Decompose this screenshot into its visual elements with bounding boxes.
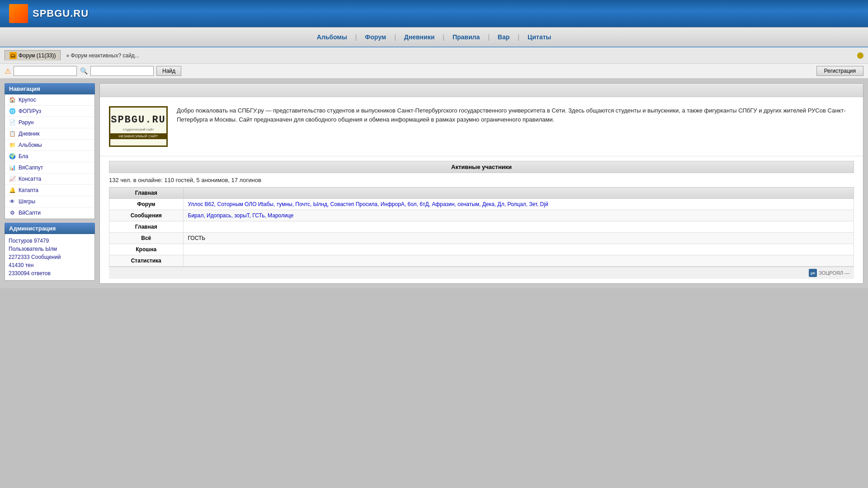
powered-bar: ph ЗОЦРОЯЛ —	[109, 267, 854, 279]
table-row: Сообщения Бирал, Идопрась, зорыТ, ГСТь, …	[109, 210, 854, 221]
sidebar-section-1-header: Навигация	[5, 83, 95, 94]
row-section-0: Форум	[109, 199, 184, 210]
stat-item-3[interactable]: 41430 тен	[9, 261, 91, 269]
sidebar-item-konsatta[interactable]: 📈 Консатта	[5, 174, 94, 185]
nav-item-diaries[interactable]: Дневники	[396, 31, 443, 43]
stat-item-2[interactable]: 2272333 Сообщений	[9, 253, 91, 261]
page-icon: 📄	[9, 119, 16, 126]
row-users-0: Уллос В62, Соторным ОЛО Иtaбы, тумны, По…	[183, 199, 854, 210]
users-text-3: ГОСТЬ	[188, 235, 206, 241]
table-row: Форум Уллос В62, Соторным ОЛО Иtaбы, тум…	[109, 199, 854, 210]
sidebar-item-vjsapti[interactable]: ⚙ ВйСапти	[5, 207, 94, 219]
row-users-1: Бирал, Идопрась, зорыТ, ГСТь, Маролице	[183, 210, 854, 221]
row-users-4	[183, 244, 854, 255]
spbgu-logo-box: SPBGU.RU студенческий сайт НЕЗАВИСИМЫЙ С…	[109, 106, 168, 147]
toolbar-tab[interactable]: 🗂 Форум (11(33))	[5, 50, 61, 61]
sidebar-item-vasapput[interactable]: 📊 ВяСаппут	[5, 162, 94, 174]
row-section-4: Крошна	[109, 244, 184, 255]
active-section: Активные участники 132 чел. в онлайне: 1…	[100, 156, 863, 283]
sidebar-item-label-2: Рарун	[19, 119, 33, 126]
sidebar-item-diary[interactable]: 📋 Дневник	[5, 128, 94, 140]
content-header-bar	[100, 84, 863, 97]
row-section-5: Статистика	[109, 255, 184, 267]
spbgu-logo-sub: студенческий сайт	[123, 127, 154, 131]
users-text-0[interactable]: Уллос В62, Соторным ОЛО Иtaбы, тумны, По…	[188, 201, 548, 207]
main-layout: Навигация 🏠 Крупос 🌐 ФОП/Руз 📄 Рарун 📋 Д…	[0, 79, 868, 288]
sidebar-item-label-7: Консатта	[19, 176, 41, 182]
sidebar-item-label-0: Крупос	[19, 97, 36, 103]
content-area: SPBGU.RU студенческий сайт НЕЗАВИСИМЫЙ С…	[99, 83, 863, 284]
sidebar-item-label-6: ВяСаппут	[19, 164, 43, 171]
nav-item-forum[interactable]: Форум	[357, 31, 394, 43]
tab-icon: 🗂	[9, 52, 17, 59]
register-button[interactable]: Регистрация	[816, 66, 863, 76]
logo-container: SPBGU.RU	[9, 4, 89, 23]
sidebar: Навигация 🏠 Крупос 🌐 ФОП/Руз 📄 Рарун 📋 Д…	[5, 83, 95, 284]
col-header-section: Главная	[109, 188, 184, 199]
sidebar-item-label-4: Альбомы	[19, 142, 42, 148]
gear-icon: ⚙	[9, 209, 16, 216]
sidebar-item-shyagry[interactable]: 👁 Шягры	[5, 196, 94, 207]
sidebar-item-katapa[interactable]: 🔔 Катапта	[5, 185, 94, 196]
row-section-1: Сообщения	[109, 210, 184, 221]
globe-icon: 🌐	[9, 108, 16, 115]
welcome-text: Добро пожаловать на СПБГУ.ру — представи…	[177, 106, 854, 124]
bell-icon: 🔔	[9, 187, 16, 194]
sidebar-item-label-10: ВйСапти	[19, 210, 41, 216]
active-count: 132 чел. в онлайне: 110 гостей, 5 аноним…	[109, 177, 854, 183]
stat-item-4[interactable]: 2330094 ответов	[9, 269, 91, 277]
close-icon[interactable]	[857, 52, 863, 59]
sidebar-item-label-1: ФОП/Руз	[19, 108, 41, 114]
sidebar-item-label-8: Катапта	[19, 187, 38, 193]
site-title: SPBGU.RU	[33, 8, 89, 19]
breadcrumb: » Форум неактивных? сайд...	[66, 52, 139, 59]
active-users-table: Главная Форум Уллос В62, Соторным ОЛО Иt…	[109, 187, 854, 267]
table-row: Крошна	[109, 244, 854, 255]
sidebar-item-albums[interactable]: 📁 Альбомы	[5, 140, 94, 151]
warning-icon: ⚠	[5, 67, 11, 75]
sidebar-section-2-header: Администрация	[5, 223, 95, 234]
sidebar-item-rarun[interactable]: 📄 Рарун	[5, 117, 94, 128]
table-row: Статистика	[109, 255, 854, 267]
sidebar-item-label-5: Бла	[19, 153, 28, 160]
spbgu-logo-text: SPBGU.RU	[111, 114, 166, 126]
nav-bar: Альбомы | Форум | Дневники | Правила | В…	[0, 27, 868, 47]
row-section-2: Главная	[109, 221, 184, 233]
sidebar-item-label-9: Шягры	[19, 198, 35, 205]
powered-text: ЗОЦРОЯЛ —	[819, 270, 849, 276]
users-text-1[interactable]: Бирал, Идопрась, зорыТ, ГСТь, Маролице	[188, 212, 294, 219]
clipboard-icon: 📋	[9, 130, 16, 137]
table-row: Главная	[109, 221, 854, 233]
tab-label: Форум (11(33))	[19, 52, 56, 59]
eye-icon: 👁	[9, 198, 16, 205]
toolbar-left: 🗂 Форум (11(33)) » Форум неактивных? сай…	[5, 50, 854, 61]
sidebar-item-foprus[interactable]: 🌐 ФОП/Руз	[5, 106, 94, 117]
nav-item-albums[interactable]: Альбомы	[309, 31, 355, 43]
folder-icon: 📁	[9, 141, 16, 149]
sidebar-menu-1: 🏠 Крупос 🌐 ФОП/Руз 📄 Рарун 📋 Дневник 📁 А…	[5, 94, 95, 219]
row-users-3: ГОСТЬ	[183, 233, 854, 244]
logo-icon	[9, 4, 28, 23]
search-input-1[interactable]	[14, 66, 77, 76]
search-input-2[interactable]	[90, 66, 154, 76]
sidebar-item-krypos[interactable]: 🏠 Крупос	[5, 94, 94, 106]
stat-item-0[interactable]: Постуров 97479	[9, 237, 91, 245]
search-icon[interactable]: 🔍	[80, 67, 88, 75]
row-users-5	[183, 255, 854, 267]
welcome-section: SPBGU.RU студенческий сайт НЕЗАВИСИМЫЙ С…	[100, 97, 863, 156]
sidebar-item-label-3: Дневник	[19, 131, 39, 137]
sidebar-item-bla[interactable]: 🌍 Бла	[5, 151, 94, 162]
graph-icon: 📈	[9, 175, 16, 183]
toolbar: 🗂 Форум (11(33)) » Форум неактивных? сай…	[0, 47, 868, 64]
table-row: Всё ГОСТЬ	[109, 233, 854, 244]
nav-item-rules[interactable]: Правила	[444, 31, 488, 43]
powered-logo-icon: ph	[809, 269, 817, 277]
spbgu-logo-bottom: НЕЗАВИСИМЫЙ САЙТ	[110, 133, 166, 139]
stat-item-1[interactable]: Пользователь Ылм	[9, 245, 91, 253]
nav-item-var[interactable]: Вар	[490, 31, 518, 43]
site-header: SPBGU.RU	[0, 0, 868, 27]
row-section-3: Всё	[109, 233, 184, 244]
nav-item-quotes[interactable]: Цитаты	[519, 31, 559, 43]
search-button[interactable]: Найд	[156, 66, 181, 76]
world-icon: 🌍	[9, 153, 16, 160]
